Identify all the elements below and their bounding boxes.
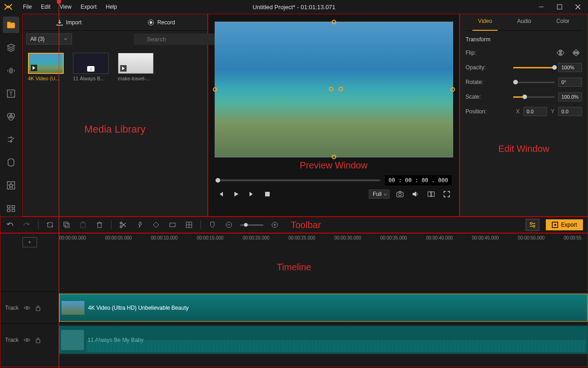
transform-section-title: Transform [466,36,582,43]
record-button[interactable]: Record [115,14,208,30]
position-y-input[interactable] [558,107,582,116]
add-track-button[interactable]: + [22,237,37,247]
import-label: Import [66,19,82,26]
paste-button[interactable] [78,220,88,230]
close-button[interactable] [571,2,584,11]
grid-button[interactable] [184,220,194,230]
sidebar-more-icon[interactable] [3,200,19,217]
redo-button[interactable] [22,220,32,230]
svg-rect-41 [64,222,68,226]
lock-icon[interactable] [35,337,41,343]
preview-panel-annotation: Preview Window [212,160,455,171]
sidebar-layers-icon[interactable] [3,39,19,56]
zoom-out-button[interactable] [224,220,234,230]
flip-vertical-button[interactable] [570,48,582,57]
visibility-icon[interactable] [23,305,31,311]
ruler-tick: 00:00:50.000 [518,235,564,240]
tab-video[interactable]: Video [472,14,497,30]
marker-button[interactable] [207,220,217,230]
svg-point-66 [26,339,28,341]
timeline-settings-button[interactable] [526,219,539,231]
music-icon: ♫ [87,66,94,72]
menu-edit[interactable]: Edit [36,2,55,12]
crop-button[interactable] [45,220,55,230]
tab-color[interactable]: Color [551,14,575,30]
record-label: Record [157,19,175,26]
undo-button[interactable] [5,220,15,230]
fullscreen-button[interactable] [442,189,452,199]
opacity-label: Opacity: [466,64,493,71]
prev-frame-button[interactable] [216,189,226,199]
sidebar-elements-icon[interactable] [3,154,19,171]
sidebar-transitions-icon[interactable] [3,131,19,148]
pos-x-label: X [516,108,520,115]
delete-button[interactable] [94,220,105,230]
media-library-panel: Import Record All (3) 4K Video (U... [22,14,208,217]
maximize-button[interactable] [553,2,566,11]
preview-quality-dropdown[interactable]: Full [369,190,389,199]
next-frame-button[interactable] [247,189,257,199]
import-button[interactable]: Import [22,14,115,30]
svg-rect-15 [12,206,15,208]
aspect-button[interactable] [167,220,178,230]
rotate-value[interactable]: 0° [558,78,582,87]
zoom-slider[interactable] [240,224,263,226]
svg-rect-16 [7,209,10,212]
svg-rect-14 [7,206,10,208]
preview-canvas[interactable] [215,22,453,157]
svg-point-62 [533,225,535,227]
scale-value[interactable]: 100.0% [558,92,582,101]
sidebar-audio-icon[interactable] [3,62,19,79]
timeline-clip-audio[interactable]: 11 Always Be My Baby [59,326,588,354]
sidebar-favorites-icon[interactable] [3,177,19,194]
speed-button[interactable] [134,220,144,230]
lock-icon[interactable] [35,305,41,311]
opacity-value[interactable]: 100% [558,63,582,72]
pos-y-label: Y [551,108,555,115]
export-button[interactable]: Export [546,219,583,230]
sidebar-media-icon[interactable] [3,17,19,33]
timeline-track-2: Track 11 Always Be My Baby [0,323,588,356]
filter-label: All (3) [30,36,44,42]
timeline-clip-video[interactable]: 4K Video (Ultra HD) Unbelievable Beauty [59,294,588,322]
snapshot-button[interactable] [395,189,405,199]
media-item-2[interactable]: make-travel-... [118,53,155,81]
svg-rect-50 [170,223,175,227]
menu-export[interactable]: Export [76,2,101,12]
position-x-input[interactable] [523,107,547,116]
media-filter-dropdown[interactable]: All (3) [26,33,72,45]
volume-button[interactable] [410,189,421,199]
svg-rect-35 [431,192,434,196]
menu-help[interactable]: Help [101,2,122,12]
export-label: Export [561,222,577,228]
track-label: Track [5,305,19,311]
timeline-ruler[interactable]: 00:00:00.00000:00:05.00000:00:10.00000:0… [59,234,588,251]
svg-rect-43 [81,223,85,228]
compare-button[interactable] [426,189,436,199]
svg-rect-65 [36,307,40,311]
media-item-0[interactable]: 4K Video (U... [28,53,65,81]
svg-rect-31 [265,192,270,196]
visibility-icon[interactable] [23,337,31,343]
flip-label: Flip: [466,50,493,56]
flip-horizontal-button[interactable] [555,48,566,57]
play-button[interactable] [231,189,241,199]
keyframe-button[interactable] [151,220,161,230]
rotate-slider[interactable] [513,82,555,83]
sidebar-text-icon[interactable]: T [3,85,19,102]
sidebar-filters-icon[interactable] [3,108,19,125]
zoom-in-button[interactable] [270,220,280,230]
split-button[interactable] [118,220,128,230]
playhead[interactable] [59,233,59,367]
track-label: Track [5,337,19,343]
copy-button[interactable] [61,220,72,230]
seek-slider[interactable] [216,179,380,181]
search-input[interactable] [134,33,228,45]
scale-slider[interactable] [513,96,555,98]
stop-button[interactable] [262,189,272,199]
media-item-1[interactable]: ♫ 11 Always B... [73,53,110,81]
tab-audio[interactable]: Audio [512,14,537,30]
opacity-slider[interactable] [513,67,555,68]
minimize-button[interactable] [535,2,548,11]
menu-file[interactable]: File [18,2,36,12]
